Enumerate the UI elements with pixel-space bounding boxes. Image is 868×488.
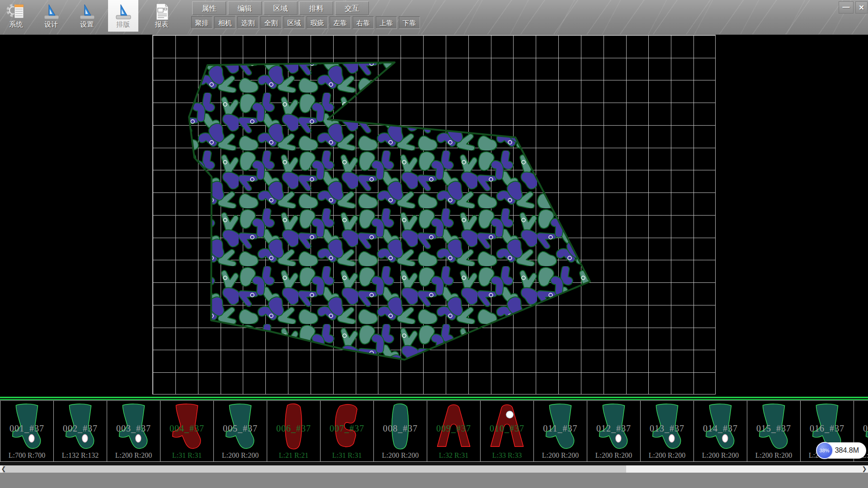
leather-hide[interactable] [189, 62, 590, 360]
part-lr-count: L:31 R:31 [321, 451, 373, 460]
strip-bottom-gap [0, 462, 868, 465]
menu-edit[interactable]: 编辑 [228, 1, 262, 15]
tool-align-bottom[interactable]: 下靠 [399, 16, 420, 29]
thumbnail-cell[interactable]: 010_#37 L:33 R:33 [480, 400, 534, 462]
big-button-label: 设置 [72, 20, 102, 29]
part-label: 001_#37 [0, 423, 53, 434]
tool-camera[interactable]: 相机 [214, 16, 236, 29]
part-lr-count: L:200 R:200 [694, 451, 747, 460]
horizontal-scrollbar[interactable]: ❮ ❯ [0, 465, 868, 473]
part-lr-count: L:21 R:21 [267, 451, 320, 460]
part-lr-count: L:200 R:200 [747, 451, 800, 460]
tool-button-row: 聚排 相机 选割 全割 区域 瑕疵 左靠 右靠 上靠 下靠 [191, 16, 420, 29]
close-button[interactable]: ✕ [855, 1, 868, 14]
big-button-label: 设计 [36, 20, 66, 29]
thumbnail-cell[interactable]: 011_#37 L:200 R:200 [533, 400, 587, 462]
thumbnail-cell[interactable]: 013_#37 L:200 R:200 [640, 400, 694, 462]
part-label: 007_#37 [321, 423, 373, 434]
minimize-button[interactable]: — [839, 1, 854, 14]
tool-region[interactable]: 区域 [283, 16, 305, 29]
menu-bar: 属性 编辑 区域 排料 交互 [192, 1, 369, 15]
part-label: 017_#37 [854, 423, 868, 434]
big-button-label: 系统 [1, 20, 31, 29]
settings-setsquare-icon [77, 3, 97, 21]
part-lr-count: L:200 R:200 [107, 451, 160, 460]
part-lr-count: L:200 R:200 [641, 451, 693, 460]
tool-defect[interactable]: 瑕疵 [307, 16, 328, 29]
report-document-icon [152, 3, 172, 21]
application-window: 系统 设计 设置 排版 [0, 0, 868, 488]
part-label: 006_#37 [267, 423, 320, 434]
thumbnail-cell[interactable]: 002_#37 L:132 R:132 [53, 400, 107, 462]
scrollbar-thumb[interactable] [3, 465, 626, 473]
menu-interactive[interactable]: 交互 [335, 1, 369, 15]
toolbar: 系统 设计 设置 排版 [0, 0, 868, 35]
thumbnail-strip-cells: 001_#37 L:700 R:700 002_#37 L:132 R:132 … [0, 400, 868, 462]
part-lr-count: L:31 R:31 [160, 451, 213, 460]
thumbnail-cell[interactable]: 012_#37 L:200 R:200 [587, 400, 641, 462]
thumbnail-cell[interactable]: 015_#37 L:200 R:200 [747, 400, 801, 462]
tool-cluster-nest[interactable]: 聚排 [191, 16, 212, 29]
part-label: 010_#37 [481, 423, 533, 434]
part-label: 011_#37 [534, 423, 587, 434]
part-label: 005_#37 [214, 423, 267, 434]
usage-percent-indicator: 38% [816, 442, 833, 459]
layout-setsquare-icon [113, 3, 133, 21]
part-lr-count: L:200 R:200 [374, 451, 427, 460]
tool-align-right[interactable]: 右靠 [353, 16, 374, 29]
big-button-system[interactable]: 系统 [1, 0, 31, 32]
part-label: 003_#37 [107, 423, 160, 434]
part-label: 014_#37 [694, 423, 747, 434]
nesting-workspace[interactable] [0, 35, 868, 397]
system-gear-icon [6, 3, 26, 21]
tool-align-left[interactable]: 左靠 [330, 16, 351, 29]
part-label: 009_#37 [427, 423, 480, 434]
part-lr-count: L:200 R:200 [534, 451, 587, 460]
menu-properties[interactable]: 属性 [192, 1, 226, 15]
memory-usage-badge: 38% 384.8M [816, 442, 866, 459]
scroll-left-icon[interactable]: ❮ [0, 465, 7, 473]
big-button-label: 报表 [146, 20, 177, 29]
big-button-design[interactable]: 设计 [36, 0, 66, 32]
hide-nesting-view[interactable] [0, 35, 868, 397]
tool-select-cut[interactable]: 选割 [237, 16, 259, 29]
design-setsquare-icon [42, 3, 61, 21]
strip-separator-line [0, 397, 868, 400]
thumbnail-cell[interactable]: 014_#37 L:200 R:200 [693, 400, 747, 462]
menu-region[interactable]: 区域 [264, 1, 297, 15]
thumbnail-cell[interactable]: 005_#37 L:200 R:200 [213, 400, 267, 462]
part-lr-count: L:700 R:700 [0, 451, 53, 460]
tool-align-top[interactable]: 上靠 [376, 16, 397, 29]
big-button-report[interactable]: 报表 [146, 0, 177, 32]
big-button-settings[interactable]: 设置 [72, 0, 102, 32]
big-button-layout[interactable]: 排版 [108, 0, 138, 32]
thumbnail-cell[interactable]: 001_#37 L:700 R:700 [0, 400, 54, 462]
thumbnail-cell[interactable]: 003_#37 L:200 R:200 [107, 400, 160, 462]
part-lr-count: L:33 R:33 [481, 451, 533, 460]
big-button-label: 排版 [108, 20, 138, 29]
part-label: 012_#37 [587, 423, 640, 434]
scroll-right-icon[interactable]: ❯ [861, 465, 868, 473]
part-lr-count: L:132 R:132 [54, 451, 107, 460]
thumbnail-cell[interactable]: 009_#37 L:32 R:31 [427, 400, 481, 462]
menu-nesting[interactable]: 排料 [299, 1, 333, 15]
part-label: 002_#37 [54, 423, 107, 434]
part-lr-count: L:200 R:200 [587, 451, 640, 460]
part-lr-count: L:200 R:200 [214, 451, 267, 460]
part-label: 004_#37 [160, 423, 213, 434]
thumbnail-cell[interactable]: 006_#37 L:21 R:21 [267, 400, 321, 462]
status-bar [0, 473, 868, 488]
part-label: 015_#37 [747, 423, 800, 434]
part-lr-count: L:32 R:31 [427, 451, 480, 460]
part-label: 008_#37 [374, 423, 427, 434]
part-label: 013_#37 [641, 423, 693, 434]
thumbnail-cell[interactable]: 004_#37 L:31 R:31 [160, 400, 214, 462]
thumbnail-cell[interactable]: 008_#37 L:200 R:200 [373, 400, 427, 462]
part-label: 016_#37 [801, 423, 854, 434]
tool-cut-all[interactable]: 全割 [260, 16, 282, 29]
thumbnail-cell[interactable]: 007_#37 L:31 R:31 [320, 400, 374, 462]
